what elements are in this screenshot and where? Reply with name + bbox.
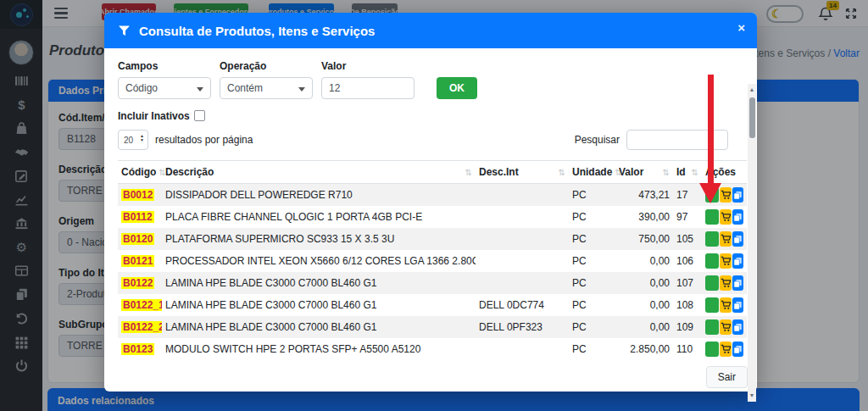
cell-valor: 473,21 bbox=[615, 184, 673, 207]
filter-icon bbox=[118, 25, 131, 36]
cell-descricao: LAMINA HPE BLADE C3000 C7000 BL460 G1 bbox=[162, 294, 476, 316]
add-to-cart-button[interactable] bbox=[720, 231, 732, 247]
cell-valor: 0,00 bbox=[615, 316, 673, 338]
red-arrow-shaft bbox=[708, 75, 714, 183]
copy-button[interactable] bbox=[732, 231, 743, 247]
valor-input[interactable]: 12 bbox=[321, 77, 415, 99]
cell-unidade: PC bbox=[569, 250, 615, 272]
cell-descricao: PLACA FIBRE CHANNEL QLOGIC 1 PORTA 4GB P… bbox=[162, 206, 476, 228]
cell-acoes bbox=[702, 250, 747, 272]
table-row: B0122LAMINA HPE BLADE C3000 C7000 BL460 … bbox=[118, 272, 747, 294]
col-valor[interactable]: Valor⇅ bbox=[615, 161, 673, 184]
table-row: B0122_1LAMINA HPE BLADE C3000 C7000 BL46… bbox=[118, 294, 747, 316]
cell-acoes bbox=[702, 338, 747, 360]
table-row: B0112PLACA FIBRE CHANNEL QLOGIC 1 PORTA … bbox=[118, 206, 747, 228]
select-product-button[interactable] bbox=[705, 342, 719, 357]
cell-valor: 750,00 bbox=[615, 228, 673, 250]
valor-label: Valor bbox=[321, 60, 415, 72]
pesquisar-label: Pesquisar bbox=[575, 134, 620, 146]
codigo-highlight: B0122_2 bbox=[121, 321, 162, 333]
cell-id: 107 bbox=[673, 272, 702, 294]
operacao-label: Operação bbox=[220, 60, 313, 72]
modal-title: Consulta de Produtos, Itens e Serviços bbox=[139, 24, 375, 38]
cell-descricao: LAMINA HPE BLADE C3000 C7000 BL460 G1 bbox=[162, 272, 476, 294]
add-to-cart-button[interactable] bbox=[720, 253, 732, 269]
copy-button[interactable] bbox=[732, 187, 743, 203]
table-row: B0122_2LAMINA HPE BLADE C3000 C7000 BL46… bbox=[118, 316, 747, 338]
table-row: B0123MODULO SWITCH HPE 2 PORTAS SFP+ A55… bbox=[118, 338, 747, 360]
cell-valor: 0,00 bbox=[615, 294, 673, 316]
cell-descint bbox=[476, 338, 569, 360]
per-page-label: resultados por página bbox=[155, 134, 253, 146]
add-to-cart-button[interactable] bbox=[720, 319, 732, 335]
select-product-button[interactable] bbox=[705, 297, 719, 313]
cell-codigo: B0120 bbox=[118, 228, 162, 250]
copy-button[interactable] bbox=[732, 342, 743, 357]
cell-codigo: B0122_1 bbox=[118, 294, 162, 316]
col-descricao[interactable]: Descrição⇅ bbox=[162, 161, 476, 184]
cell-id: 97 bbox=[673, 206, 702, 228]
cell-codigo: B0122 bbox=[118, 272, 162, 294]
col-id[interactable]: Id⇅ bbox=[673, 161, 702, 184]
screen: $⚙ Abrir ChamadosClientes e Fornecedores… bbox=[0, 0, 868, 411]
per-page-select[interactable]: 20 ▲▼ bbox=[118, 130, 148, 150]
sort-icon: ⇅ bbox=[463, 168, 472, 177]
cell-codigo: B0122_2 bbox=[118, 316, 162, 338]
consulta-modal: Consulta de Produtos, Itens e Serviços ×… bbox=[104, 13, 757, 392]
cell-valor: 2.850,00 bbox=[615, 338, 673, 360]
cell-unidade: PC bbox=[569, 206, 615, 228]
table-row: B0121PROCESSADOR INTEL XEON X5660 6/12 C… bbox=[118, 250, 747, 272]
cell-descint: DELL 0DC774 bbox=[476, 294, 569, 316]
col-codigo[interactable]: Código⇅ bbox=[118, 161, 162, 184]
incluir-inativos-checkbox[interactable] bbox=[194, 110, 205, 121]
cell-id: 110 bbox=[673, 338, 702, 360]
cell-descricao: PLATAFORMA SUPERMICRO SC933 15 X 3.5 3U bbox=[162, 228, 476, 250]
col-descint[interactable]: Desc.Int⇅ bbox=[476, 161, 569, 184]
cell-id: 106 bbox=[673, 250, 702, 272]
select-product-button[interactable] bbox=[705, 231, 719, 247]
cell-descint bbox=[476, 184, 569, 207]
cell-id: 105 bbox=[673, 228, 702, 250]
operacao-select[interactable]: Contém bbox=[220, 77, 313, 99]
select-product-button[interactable] bbox=[705, 275, 719, 291]
copy-button[interactable] bbox=[732, 253, 743, 269]
copy-button[interactable] bbox=[732, 319, 743, 335]
add-to-cart-button[interactable] bbox=[720, 342, 732, 357]
ok-button[interactable]: OK bbox=[437, 77, 477, 99]
copy-button[interactable] bbox=[732, 297, 743, 313]
copy-button[interactable] bbox=[732, 209, 743, 225]
cell-id: 109 bbox=[673, 316, 702, 338]
sort-icon: ⇅ bbox=[660, 168, 670, 177]
close-icon[interactable]: × bbox=[737, 20, 745, 35]
add-to-cart-button[interactable] bbox=[720, 297, 732, 313]
incluir-inativos-label: Incluir Inativos bbox=[118, 110, 190, 122]
cell-unidade: PC bbox=[569, 338, 615, 360]
campos-label: Campos bbox=[118, 60, 211, 72]
cell-codigo: B0012 bbox=[118, 184, 162, 207]
codigo-highlight: B0012 bbox=[121, 189, 154, 201]
select-product-button[interactable] bbox=[705, 319, 719, 335]
codigo-highlight: B0123 bbox=[121, 343, 154, 355]
cell-unidade: PC bbox=[569, 272, 615, 294]
modal-footer: Sair bbox=[104, 366, 757, 392]
select-product-button[interactable] bbox=[705, 209, 719, 225]
cell-descint: DELL 0PF323 bbox=[476, 316, 569, 338]
cell-descint bbox=[476, 206, 569, 228]
sort-icon: ⇅ bbox=[156, 168, 165, 177]
modal-header: Consulta de Produtos, Itens e Serviços × bbox=[104, 13, 757, 48]
cell-descint bbox=[476, 272, 569, 294]
campos-select[interactable]: Código bbox=[118, 77, 211, 99]
modal-scrollbar[interactable]: ▲ ▼ bbox=[748, 84, 756, 402]
copy-button[interactable] bbox=[732, 275, 743, 291]
codigo-highlight: B0120 bbox=[121, 233, 154, 245]
col-unidade[interactable]: Unidade⇅ bbox=[569, 161, 615, 184]
cell-acoes bbox=[702, 272, 747, 294]
stepper-arrows-icon: ▲▼ bbox=[140, 134, 144, 142]
add-to-cart-button[interactable] bbox=[720, 209, 732, 225]
sair-button[interactable]: Sair bbox=[706, 366, 748, 388]
add-to-cart-button[interactable] bbox=[720, 187, 732, 203]
table-row: B0120PLATAFORMA SUPERMICRO SC933 15 X 3.… bbox=[118, 228, 747, 250]
cell-valor: 0,00 bbox=[615, 272, 673, 294]
add-to-cart-button[interactable] bbox=[720, 275, 732, 291]
select-product-button[interactable] bbox=[705, 253, 719, 269]
